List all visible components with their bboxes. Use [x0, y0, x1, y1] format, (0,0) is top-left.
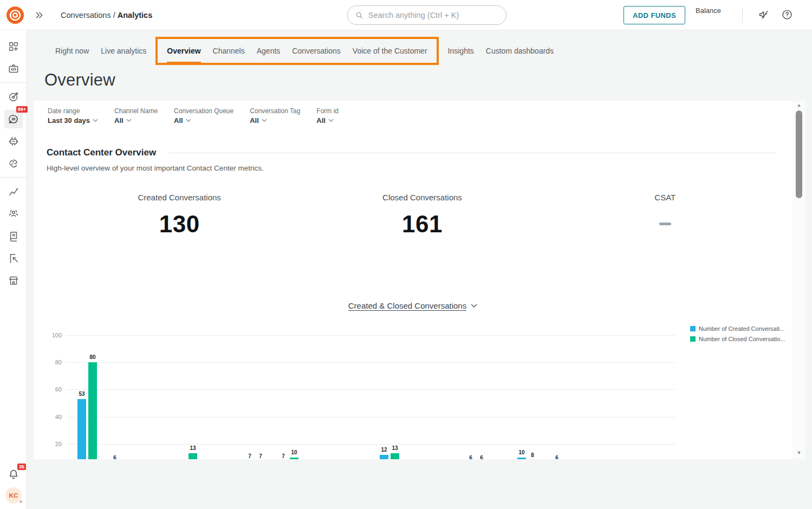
chart-gridline: [66, 417, 675, 417]
metric-value: 130: [159, 211, 200, 238]
filter-channel-name[interactable]: Channel NameAll: [114, 107, 158, 125]
section-rule: [169, 153, 776, 153]
people-group-icon: [4, 205, 23, 223]
chart-bar-value: 10: [287, 449, 302, 455]
chart-bar-closed[interactable]: [189, 453, 197, 459]
tab-insights[interactable]: Insights: [448, 37, 474, 65]
tab-conversations[interactable]: Conversations: [292, 37, 341, 65]
filter-label: Form id: [316, 107, 339, 115]
line-chart-icon: [4, 182, 23, 201]
chart-bar-closed[interactable]: [88, 362, 97, 459]
chart-bar-closed[interactable]: [391, 453, 399, 459]
filter-conversation-tag[interactable]: Conversation TagAll: [250, 107, 300, 125]
chevron-down-icon: [471, 304, 477, 308]
metric-label: Created Conversations: [138, 193, 220, 202]
sidebar-item-people[interactable]: [0, 152, 27, 174]
scroll-down-arrow[interactable]: ▼: [792, 450, 805, 458]
sidebar-item-flows[interactable]: [0, 247, 27, 269]
chart-selector[interactable]: Created & Closed Conversations: [34, 301, 792, 310]
conversations-count-badge: 99+: [16, 106, 28, 113]
main-content: Right nowLive analyticsOverviewChannelsA…: [27, 30, 812, 509]
tab-agents[interactable]: Agents: [257, 37, 281, 65]
filter-label: Conversation Queue: [174, 107, 233, 115]
add-funds-button[interactable]: ADD FUNDS: [623, 6, 685, 24]
tab-voice-of-the-customer[interactable]: Voice of the Customer: [353, 37, 427, 65]
breadcrumb-page: Analytics: [118, 11, 152, 19]
filter-label: Channel Name: [114, 107, 158, 115]
filter-value[interactable]: All: [250, 116, 300, 125]
sidebar-item-developer-tools[interactable]: [0, 57, 27, 80]
chart-gridline: [66, 362, 675, 363]
chart-selector-label[interactable]: Created & Closed Conversations: [348, 301, 466, 310]
metric-label: CSAT: [654, 193, 675, 202]
chart-bar-value: 6: [474, 455, 489, 459]
section-description: High-level overview of your most importa…: [47, 164, 264, 172]
infobip-logo-icon[interactable]: [5, 5, 25, 25]
sidebar-item-conversations[interactable]: 99+: [0, 108, 27, 130]
section-header: Contact Center Overview: [47, 147, 776, 158]
chevron-down-icon: [93, 119, 98, 122]
filter-form-id[interactable]: Form idAll: [316, 107, 339, 125]
notifications-count-badge: 35: [17, 464, 26, 470]
left-sidebar: 99+: [0, 30, 27, 509]
y-axis-tick: 100: [42, 332, 62, 338]
sound-muted-icon[interactable]: [758, 9, 770, 21]
tab-right-now[interactable]: Right now: [55, 37, 89, 65]
help-icon[interactable]: [781, 9, 793, 21]
sidebar-item-audiences[interactable]: [0, 203, 27, 225]
filter-value[interactable]: All: [174, 116, 233, 125]
chart-bar-value: 13: [387, 445, 402, 451]
panel-scrollbar[interactable]: ▲ ▼: [792, 101, 805, 459]
legend-item[interactable]: Number of Created Conversati...: [690, 325, 785, 332]
chevron-down-icon: [126, 119, 132, 122]
sidebar-item-exchange[interactable]: [0, 269, 27, 291]
chart-bar-created[interactable]: [380, 455, 388, 459]
filter-value[interactable]: Last 30 days: [48, 116, 98, 125]
search-input[interactable]: [368, 11, 499, 19]
legend-item[interactable]: Number of Closed Conversatio...: [690, 336, 785, 342]
global-search[interactable]: [347, 5, 506, 25]
metric-closed-conversations: Closed Conversations161: [301, 193, 543, 238]
filter-conversation-queue[interactable]: Conversation QueueAll: [174, 107, 233, 125]
chart-bar-value: 6: [549, 455, 564, 459]
breadcrumb-section[interactable]: Conversations /: [61, 11, 115, 19]
analytics-tabbar: Right nowLive analyticsOverviewChannelsA…: [27, 37, 560, 65]
collapse-sidebar-icon[interactable]: [34, 9, 46, 21]
filter-value[interactable]: All: [316, 116, 339, 125]
tab-channels[interactable]: Channels: [213, 37, 245, 65]
user-avatar[interactable]: KC: [0, 487, 27, 504]
scroll-up-arrow[interactable]: ▲: [792, 102, 805, 110]
chart-bar-created[interactable]: [77, 399, 86, 459]
balance-label[interactable]: Balance: [696, 6, 721, 15]
tab-custom-dashboards[interactable]: Custom dashboards: [486, 37, 554, 65]
sidebar-item-moments[interactable]: [0, 86, 27, 108]
sidebar-item-docs[interactable]: [0, 225, 27, 247]
storefront-icon: [4, 271, 23, 290]
chart-bar-closed[interactable]: [290, 458, 298, 459]
filter-date-range[interactable]: Date rangeLast 30 days: [48, 107, 98, 125]
scrollbar-thumb[interactable]: [796, 110, 802, 198]
chat-bubble-icon: [8, 113, 20, 125]
chart-bar-value: 13: [185, 445, 200, 451]
page-title: Overview: [44, 70, 115, 90]
tab-highlight-box: OverviewChannelsAgentsConversationsVoice…: [155, 37, 438, 65]
section-title: Contact Center Overview: [47, 147, 156, 158]
sidebar-item-answers[interactable]: [0, 130, 27, 152]
metric-created-conversations: Created Conversations130: [58, 193, 301, 238]
filter-label: Conversation Tag: [250, 107, 300, 115]
sidebar-item-apps[interactable]: [0, 35, 27, 57]
tab-overview[interactable]: Overview: [167, 37, 200, 65]
target-icon: [4, 88, 23, 106]
legend-swatch: [690, 336, 696, 342]
chart-bar-value: 7: [253, 453, 268, 459]
swirl-icon: [4, 154, 23, 173]
legend-label: Number of Closed Conversatio...: [699, 336, 785, 342]
y-axis-tick: 60: [42, 386, 62, 393]
tab-live-analytics[interactable]: Live analytics: [101, 37, 146, 65]
filter-value[interactable]: All: [114, 116, 158, 125]
sidebar-item-notifications[interactable]: 35: [0, 468, 27, 481]
chart-bar-value: 53: [74, 391, 89, 397]
chart-gridline: [66, 389, 675, 390]
content-panel: Date rangeLast 30 daysChannel NameAllCon…: [34, 101, 805, 459]
sidebar-item-analytics[interactable]: [0, 180, 27, 203]
